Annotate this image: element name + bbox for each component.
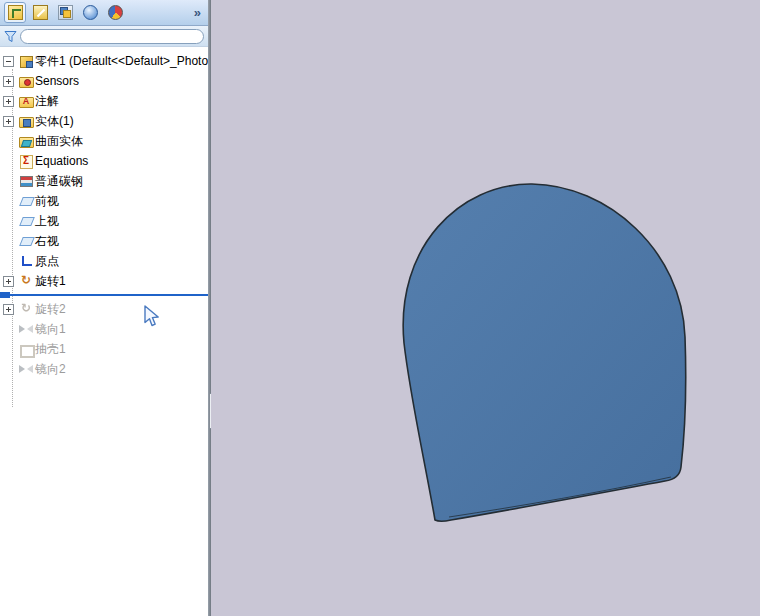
tree-item-label: 前视	[35, 193, 59, 210]
mirror-icon	[18, 321, 34, 337]
tree-item-mirror[interactable]: 镜向1	[0, 319, 208, 339]
sensors-icon	[18, 73, 34, 89]
manager-tab-bar: »	[0, 0, 208, 26]
tree-item-label: 旋转1	[35, 273, 66, 290]
model-canvas[interactable]	[211, 0, 760, 616]
tree-item-solid-bodies[interactable]: 实体(1)	[0, 111, 208, 131]
tree-item-plane[interactable]: 上视	[0, 211, 208, 231]
origin-icon	[18, 253, 34, 269]
tree-item-material[interactable]: 普通碳钢	[0, 171, 208, 191]
tree-item-mirror[interactable]: 镜向2	[0, 359, 208, 379]
tree-item-label: Sensors	[35, 74, 79, 88]
tree-item-sensors[interactable]: Sensors	[0, 71, 208, 91]
expand-toggle[interactable]	[3, 116, 14, 127]
tree-item-label: 上视	[35, 213, 59, 230]
tree-item-revolve[interactable]: 旋转2	[0, 299, 208, 319]
graphics-viewport[interactable]	[211, 0, 760, 616]
expander-spacer	[3, 256, 14, 267]
tree-item-label: 零件1 (Default<<Default>_Photo	[35, 53, 208, 70]
tree-item-label: Equations	[35, 154, 88, 168]
tree-item-label: 原点	[35, 253, 59, 270]
display-manager-pie-icon	[108, 5, 123, 20]
tree-item-revolve[interactable]: 旋转1	[0, 271, 208, 291]
tree-item-label: 普通碳钢	[35, 173, 83, 190]
expand-toggle[interactable]	[3, 276, 14, 287]
tree-item-surface-bodies[interactable]: 曲面实体	[0, 131, 208, 151]
dimxpert-manager-icon	[83, 5, 98, 20]
tree-item-label: 镜向1	[35, 321, 66, 338]
tree-item-label: 曲面实体	[35, 133, 83, 150]
toolbar-overflow-chevron[interactable]: »	[191, 5, 204, 20]
tree-filter-input[interactable]	[20, 29, 204, 44]
collapse-toggle[interactable]	[3, 56, 14, 67]
solidworks-window: » 零件1 (Default<<Default>_Photo Sensors注解…	[0, 0, 760, 616]
shell-icon	[18, 341, 34, 357]
material-icon	[18, 173, 34, 189]
tree-item-equations[interactable]: Equations	[0, 151, 208, 171]
expander-spacer	[3, 364, 14, 375]
rollback-bar[interactable]	[0, 294, 208, 296]
solid-bodies-icon	[18, 113, 34, 129]
expand-toggle[interactable]	[3, 96, 14, 107]
tree-item-label: 镜向2	[35, 361, 66, 378]
feature-tree: 零件1 (Default<<Default>_Photo Sensors注解实体…	[0, 47, 208, 379]
expander-spacer	[3, 136, 14, 147]
tree-root-part[interactable]: 零件1 (Default<<Default>_Photo	[0, 51, 208, 71]
expander-spacer	[3, 216, 14, 227]
tree-item-label: 右视	[35, 233, 59, 250]
expander-spacer	[3, 176, 14, 187]
tree-item-label: 注解	[35, 93, 59, 110]
dome-solid[interactable]	[403, 184, 685, 521]
surface-bodies-icon	[18, 133, 34, 149]
tree-item-label: 实体(1)	[35, 113, 74, 130]
expander-spacer	[3, 196, 14, 207]
plane-icon	[18, 233, 34, 249]
tab-configurationmanager[interactable]	[54, 2, 76, 23]
plane-icon	[18, 213, 34, 229]
part-icon	[18, 53, 34, 69]
equations-icon	[18, 153, 34, 169]
plane-icon	[18, 193, 34, 209]
feature-tree-icon	[8, 5, 23, 20]
expand-toggle[interactable]	[3, 76, 14, 87]
tree-item-plane[interactable]: 右视	[0, 231, 208, 251]
tab-featuremanager-design-tree[interactable]	[4, 2, 26, 23]
expander-spacer	[3, 344, 14, 355]
revolve-icon	[18, 273, 34, 289]
configuration-manager-icon	[58, 5, 73, 20]
revolve-icon	[18, 301, 34, 317]
tab-propertymanager[interactable]	[29, 2, 51, 23]
tree-item-origin[interactable]: 原点	[0, 251, 208, 271]
tree-item-annotations[interactable]: 注解	[0, 91, 208, 111]
annotations-icon	[18, 93, 34, 109]
filter-funnel-icon	[4, 30, 17, 43]
feature-manager-panel: » 零件1 (Default<<Default>_Photo Sensors注解…	[0, 0, 208, 616]
tree-filter-bar	[0, 26, 208, 47]
property-manager-icon	[33, 5, 48, 20]
expander-spacer	[3, 324, 14, 335]
tree-item-plane[interactable]: 前视	[0, 191, 208, 211]
tree-item-shell[interactable]: 抽壳1	[0, 339, 208, 359]
expander-spacer	[3, 156, 14, 167]
tree-item-label: 旋转2	[35, 301, 66, 318]
expand-toggle[interactable]	[3, 304, 14, 315]
expander-spacer	[3, 236, 14, 247]
tab-displaymanager[interactable]	[104, 2, 126, 23]
tab-dimxpertmanager[interactable]	[79, 2, 101, 23]
tree-item-label: 抽壳1	[35, 341, 66, 358]
feature-tree-items: Sensors注解实体(1)曲面实体Equations普通碳钢前视上视右视原点旋…	[0, 71, 208, 379]
mirror-icon	[18, 361, 34, 377]
